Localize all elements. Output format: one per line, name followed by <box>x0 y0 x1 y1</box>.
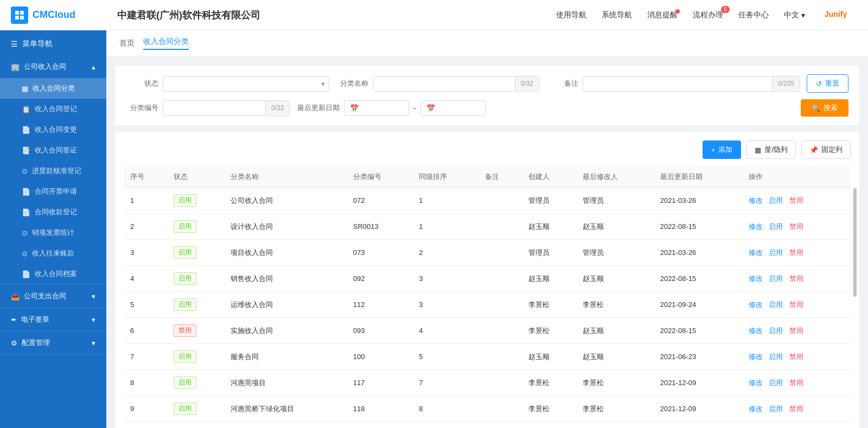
disable-action[interactable]: 禁用 <box>789 196 803 205</box>
edit-action[interactable]: 修改 <box>749 301 763 309</box>
cell-order: 3 <box>412 266 478 292</box>
sidebar-item-income-sign[interactable]: 📑 收入合同签证 <box>0 140 106 161</box>
sidebar-item-income-accounts[interactable]: ⊙ 收入往来账款 <box>0 243 106 264</box>
header: CMCloud 中建君联(广州)软件科技有限公司 使用导航 系统导航 消息提醒 … <box>0 0 868 30</box>
sidebar-section-header-config[interactable]: ⚙ 配置管理 ▾ <box>0 331 106 354</box>
date-separator: - <box>413 104 416 112</box>
status-select[interactable]: 启用 禁用 <box>163 76 329 92</box>
edit-action[interactable]: 修改 <box>749 274 763 283</box>
enable-action[interactable]: 启用 <box>769 327 783 335</box>
cell-remark <box>478 370 522 396</box>
sidebar-section-header-company-out[interactable]: 📤 公司支出合同 ▾ <box>0 285 106 308</box>
cell-actions: 修改 启用 禁用 <box>742 292 851 318</box>
add-button[interactable]: + 添加 <box>703 140 742 159</box>
col-seq: 序号 <box>124 167 167 188</box>
disable-action[interactable]: 禁用 <box>789 379 803 387</box>
lang-select[interactable]: 中文 ▾ <box>784 10 805 20</box>
label-status: 状态 <box>126 79 158 88</box>
nav-system[interactable]: 系统导航 <box>602 10 632 20</box>
search-button[interactable]: 🔍 搜索 <box>801 99 848 117</box>
cell-actions: 修改 启用 禁用 <box>742 370 851 396</box>
columns-button[interactable]: ▦ 显/隐列 <box>746 140 796 159</box>
table-wrapper: 序号 状态 分类名称 分类编号 同级排序 备注 创建人 最后修改人 最后更新日期… <box>124 167 851 422</box>
input-category-name: 0/32 <box>373 76 539 92</box>
enable-action[interactable]: 启用 <box>769 405 783 413</box>
sidebar-item-income-receive[interactable]: 📄 合同收款登记 <box>0 202 106 222</box>
cell-order: 7 <box>412 370 478 396</box>
menu-icon: ☰ <box>11 40 18 48</box>
edit-action[interactable]: 修改 <box>749 222 763 231</box>
enable-action[interactable]: 启用 <box>769 353 783 361</box>
cell-remark <box>478 240 522 266</box>
sidebar-item-income-change[interactable]: 📄 收入合同变更 <box>0 119 106 140</box>
sidebar-item-income-cancel[interactable]: ⊙ 销项发票统计 <box>0 222 106 243</box>
reset-button[interactable]: ↺ 重置 <box>807 74 848 93</box>
enable-action[interactable]: 启用 <box>769 274 783 283</box>
nav-flow[interactable]: 流程办理 5 <box>693 10 723 20</box>
cell-remark <box>478 188 522 214</box>
status-badge: 启用 <box>174 220 196 233</box>
pin-button[interactable]: 📌 固定列 <box>801 140 851 159</box>
cell-name: 设计收入合同 <box>224 214 346 240</box>
cell-actions: 修改 启用 禁用 <box>742 214 851 240</box>
cell-seq: 7 <box>124 344 167 370</box>
disable-action[interactable]: 禁用 <box>789 301 803 309</box>
edit-action[interactable]: 修改 <box>749 379 763 387</box>
enable-action[interactable]: 启用 <box>769 222 783 231</box>
edit-action[interactable]: 修改 <box>749 327 763 335</box>
input-code: 0/32 <box>163 100 290 116</box>
table-toolbar: + 添加 ▦ 显/隐列 📌 固定列 <box>124 140 851 159</box>
disable-action[interactable]: 禁用 <box>789 274 803 283</box>
enable-action[interactable]: 启用 <box>769 301 783 309</box>
cell-modifier: 赵玉顺 <box>576 266 653 292</box>
cell-creator: 管理员 <box>522 188 577 214</box>
date-start[interactable]: 📅 <box>344 100 409 116</box>
sidebar-item-income-progress[interactable]: ⊙ 进度款核准登记 <box>0 161 106 181</box>
disable-action[interactable]: 禁用 <box>789 327 803 335</box>
col-name: 分类名称 <box>224 167 346 188</box>
edit-action[interactable]: 修改 <box>749 405 763 413</box>
nav-message[interactable]: 消息提醒 <box>647 10 678 20</box>
enable-action[interactable]: 启用 <box>769 196 783 205</box>
cell-name: 实施收入合同 <box>224 318 346 344</box>
table-row: 4 启用 销售收入合同 092 3 赵玉顺 赵玉顺 2022-08-15 修改 … <box>124 266 851 292</box>
cell-order: 1 <box>412 214 478 240</box>
add-icon: + <box>711 146 716 154</box>
code-input[interactable] <box>163 101 265 116</box>
sidebar-section-header-esign[interactable]: ✒ 电子签章 ▾ <box>0 308 106 331</box>
date-end[interactable]: 📅 <box>420 100 486 116</box>
col-action: 操作 <box>742 167 851 188</box>
cell-code: 072 <box>347 188 412 214</box>
edit-action[interactable]: 修改 <box>749 196 763 205</box>
scrollbar[interactable] <box>853 167 857 422</box>
edit-action[interactable]: 修改 <box>749 248 763 257</box>
remark-input[interactable] <box>583 76 772 91</box>
sidebar-section-header-company-income[interactable]: 🏢 公司收入合同 ▴ <box>0 55 106 78</box>
cell-code: 093 <box>347 318 412 344</box>
nav-guide[interactable]: 使用导航 <box>556 10 586 20</box>
status-badge: 禁用 <box>174 324 196 337</box>
sidebar-item-income-category[interactable]: ▦ 收入合同分类 <box>0 78 106 99</box>
table-row: 1 启用 公司收入合同 072 1 管理员 管理员 2021-03-26 修改 … <box>124 188 851 214</box>
breadcrumb-category[interactable]: 收入合同分类 <box>143 37 189 50</box>
sidebar-item-income-archive[interactable]: 📄 收入合同档案 <box>0 264 106 284</box>
sidebar-item-income-open[interactable]: 📄 合同开票申请 <box>0 181 106 202</box>
edit-action[interactable]: 修改 <box>749 353 763 361</box>
disable-action[interactable]: 禁用 <box>789 405 803 413</box>
disable-action[interactable]: 禁用 <box>789 222 803 231</box>
disable-action[interactable]: 禁用 <box>789 248 803 257</box>
cell-remark <box>478 318 522 344</box>
table-head: 序号 状态 分类名称 分类编号 同级排序 备注 创建人 最后修改人 最后更新日期… <box>124 167 851 188</box>
sidebar-item-income-register[interactable]: 📋 收入合同登记 <box>0 99 106 119</box>
breadcrumb-home[interactable]: 首页 <box>119 39 135 48</box>
category-name-input[interactable] <box>373 76 515 91</box>
cell-remark <box>478 344 522 370</box>
enable-action[interactable]: 启用 <box>769 248 783 257</box>
col-status: 状态 <box>167 167 225 188</box>
disable-action[interactable]: 禁用 <box>789 353 803 361</box>
nav-task[interactable]: 任务中心 <box>738 10 769 20</box>
cell-creator: 李景松 <box>522 318 577 344</box>
code-count: 0/32 <box>265 101 289 115</box>
chevron-down-icon-out: ▾ <box>92 292 95 301</box>
enable-action[interactable]: 启用 <box>769 379 783 387</box>
